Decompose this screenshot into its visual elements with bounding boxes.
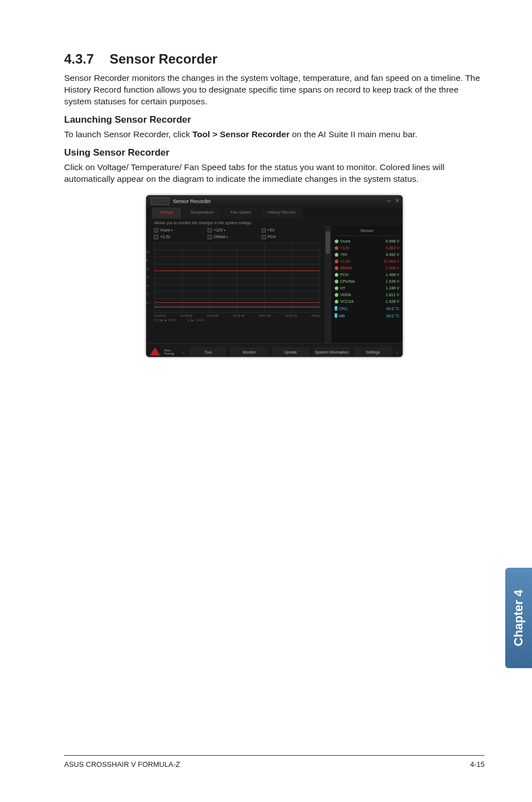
sensor-name: PCH <box>335 273 349 277</box>
y-label: 12 <box>146 292 149 296</box>
y-label: 18 <box>146 267 149 270</box>
zoom-caption: 1 | ▶ / 150% <box>187 318 204 322</box>
sensor-value: 1.639 V <box>386 279 399 283</box>
launch-paragraph: To launch Sensor Recorder, click Tool > … <box>64 129 485 141</box>
bottom-btn-tool[interactable]: Tool <box>189 347 227 357</box>
footer-right: 4-15 <box>470 760 485 769</box>
chevron-left-icon[interactable]: ‹ <box>182 349 186 355</box>
chevron-right-icon[interactable]: › <box>395 349 399 355</box>
x-label: 19:49:49 <box>154 314 166 317</box>
sensor-value: 1.838 V <box>386 299 399 303</box>
chart-scrollbar[interactable] <box>325 226 331 343</box>
bottom-bar: Auto Tuning ‹ Tool Monitor Update System… <box>146 343 403 357</box>
footer-left: ASUS CROSSHAIR V FORMULA-Z <box>64 760 180 769</box>
check-label: Vcore • <box>160 228 173 232</box>
checkbox-icon <box>154 228 158 233</box>
y-label: 16 <box>146 276 149 279</box>
sensor-name: CPU <box>335 306 347 311</box>
y-label: 10 <box>146 301 149 305</box>
window-title: Sensor Recorder <box>173 199 211 204</box>
tab-bar: Voltage Temperature Fan Speed History Re… <box>146 207 403 219</box>
sensor-name: CPU/NA <box>335 279 355 283</box>
bolt-icon <box>335 253 338 257</box>
x-label: 19:50:09 <box>180 314 192 317</box>
screenshot-container: Sensor Recorder – × Voltage Temperature … <box>64 195 485 357</box>
sensor-name: DRAM <box>335 266 352 270</box>
x-label: 19:51:49 <box>259 314 270 317</box>
x-label: 19:52:09 <box>285 314 297 317</box>
sensor-name: +3.3V <box>335 259 351 263</box>
check-3v[interactable]: +3.3V <box>154 235 205 239</box>
sensor-panel-header: Sensor <box>335 226 399 236</box>
sensor-name: MB <box>335 313 345 318</box>
sensor-name: +5V <box>335 253 347 257</box>
sensor-row: +3.3V12.994 V <box>335 258 399 265</box>
bottom-btn-monitor[interactable]: Monitor <box>230 347 268 357</box>
chapter-side-tab: Chapter 4 <box>505 568 532 668</box>
check-vcore[interactable]: Vcore • <box>154 228 205 233</box>
sensor-value: 1.811 V <box>386 293 399 297</box>
bolt-icon <box>335 246 338 250</box>
check-pch[interactable]: PCH <box>262 235 313 239</box>
sensor-row: Vcore0.998 V <box>335 238 399 245</box>
sensor-value: 5.062 V <box>386 246 399 250</box>
sensor-name: VCCSA <box>335 299 354 303</box>
checkbox-icon <box>262 235 266 239</box>
chart-line-dram <box>154 302 320 303</box>
bottom-btn-settings[interactable]: Settings <box>354 347 392 357</box>
sensor-value: 36.0 °C <box>386 314 399 318</box>
auto-tuning-label[interactable]: Auto Tuning <box>164 349 178 355</box>
sensor-row: DRAM1.049 V <box>335 265 399 272</box>
sensor-list: Vcore0.998 V+12V5.062 V+5V4.992 V+3.3V12… <box>335 238 399 320</box>
chart-line-vcore <box>154 307 320 307</box>
sensor-value: 1.049 V <box>386 266 399 270</box>
chart-line-12v <box>154 270 320 271</box>
close-button[interactable]: × <box>395 197 399 205</box>
y-label: 2 <box>146 335 149 338</box>
checkbox-icon <box>154 235 158 239</box>
checkbox-icon <box>207 228 212 233</box>
tab-voltage[interactable]: Voltage <box>152 207 181 219</box>
sensor-row: PCH1.400 V <box>335 272 399 278</box>
y-label: (V) <box>146 250 149 254</box>
minimize-button[interactable]: – <box>387 197 391 205</box>
sensor-panel: Sensor Vcore0.998 V+12V5.062 V+5V4.992 V… <box>331 226 403 343</box>
sensor-row: +5V4.992 V <box>335 252 399 258</box>
section-number: 4.3.7 <box>64 51 94 67</box>
sensor-row: VCCSA1.838 V <box>335 298 399 305</box>
hint-text: Allows you to monitor the changes in the… <box>146 219 403 226</box>
tab-temperature[interactable]: Temperature <box>182 207 221 219</box>
tab-fan-speed[interactable]: Fan Speed <box>223 207 259 219</box>
check-label: DRAM • <box>214 235 228 239</box>
x-axis-caption: (Time) <box>311 314 320 317</box>
sensor-name: Vcore <box>335 239 350 243</box>
bolt-icon <box>335 273 338 277</box>
y-axis-labels: (V) 20 18 16 14 12 10 8 6 4 2 <box>146 250 149 339</box>
launch-text-before: To launch Sensor Recorder, click <box>64 129 192 139</box>
y-label: 8 <box>146 310 149 313</box>
sensor-row: CPU45.0 °C <box>335 305 399 312</box>
voltage-check-row: Vcore • +12V • +5V +3.3V DRAM • PCH <box>154 228 320 239</box>
check-label: +12V • <box>214 228 225 232</box>
x-axis-labels: 19:49:49 19:50:09 19:50:49 19:51:09 19:5… <box>154 313 320 317</box>
y-label: 4 <box>146 326 149 330</box>
tab-history-record[interactable]: History Record <box>260 207 303 219</box>
check-5v[interactable]: +5V <box>262 228 313 233</box>
sensor-row: HT1.240 V <box>335 285 399 292</box>
using-paragraph: Click on Voltage/ Temperature/ Fan Speed… <box>64 162 485 185</box>
bottom-btn-sysinfo[interactable]: System Information <box>313 347 351 357</box>
check-12v[interactable]: +12V • <box>207 228 259 233</box>
launch-text-after: on the AI Suite II main menu bar. <box>289 129 417 139</box>
launch-bold: Tool > Sensor Recorder <box>192 129 289 139</box>
window-controls: – × <box>387 197 399 205</box>
check-label: PCH <box>268 235 276 239</box>
thermometer-icon <box>335 313 337 318</box>
sensor-value: 12.994 V <box>384 259 399 263</box>
zoom-caption: 5 6 | ▶ ▶ 250% <box>154 318 176 322</box>
section-heading: 4.3.7Sensor Recorder <box>64 51 485 67</box>
section-title: Sensor Recorder <box>109 51 217 66</box>
check-dram[interactable]: DRAM • <box>207 235 259 239</box>
scrollbar-thumb[interactable] <box>326 231 330 254</box>
sensor-name: VDDA <box>335 293 351 297</box>
bottom-btn-update[interactable]: Update <box>272 347 309 357</box>
